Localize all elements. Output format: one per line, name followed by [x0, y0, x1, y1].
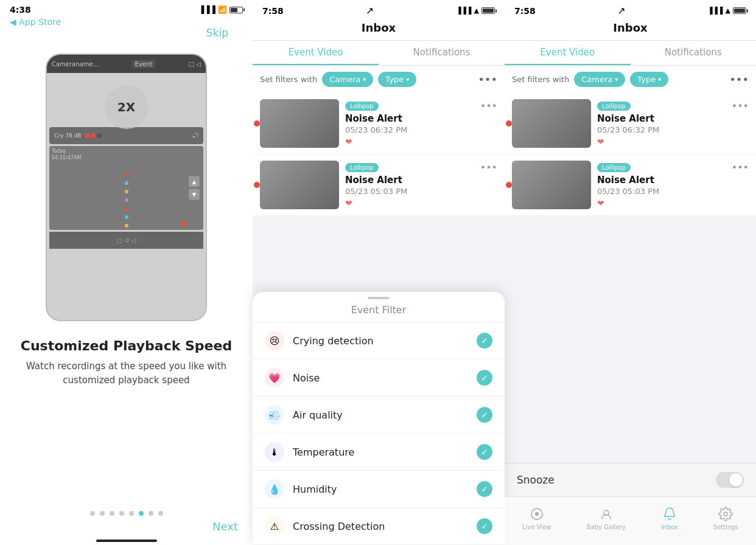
tab-live-view[interactable]: Live View — [522, 506, 551, 530]
cry-dots — [85, 133, 102, 138]
event-card-1-p2[interactable]: Lollipop Noise Alert 05/23 06:32 PM ❤ ••… — [253, 93, 505, 154]
check-air: ✓ — [477, 407, 492, 423]
timeline-time: 04:10:47AM — [52, 155, 201, 161]
filter-noise[interactable]: 💗 Noise ✓ — [253, 359, 505, 397]
battery-p2 — [481, 7, 495, 14]
crossing-icon: ⚠ — [265, 516, 284, 536]
event-card-2-p2[interactable]: Lollipop Noise Alert 05/23 05:03 PM ❤ ••… — [253, 154, 505, 215]
inbox-header-p2: Inbox — [253, 19, 505, 41]
unread-dot-p3-2 — [506, 182, 512, 188]
filter-label-p3: Set filters with — [512, 75, 569, 84]
wifi-p3: ▲ — [726, 7, 730, 15]
wifi-icon: 📶 — [218, 5, 227, 14]
unread-dot-p2-2 — [254, 182, 260, 188]
filter-temperature[interactable]: 🌡 Temperature ✓ — [253, 434, 505, 471]
phone-top-bar: Cameraname... Event □ ◁ — [47, 55, 206, 73]
card-more-p2-1[interactable]: ••• — [480, 100, 497, 112]
phone-content: Cry 78 dB 🔊 Today 04:10:47AM — [47, 125, 206, 251]
dot-6 — [139, 511, 144, 516]
filter-row-p3: Set filters with Camera ▾ Type ▾ ••• — [505, 66, 756, 93]
event-filter-sheet: Event Filter 😢 Crying detection ✓ 💗 Nois… — [253, 292, 505, 545]
status-bar-p3: 7:58 ↗ ▐▐▐ ▲ — [505, 0, 756, 19]
card-more-p3-2[interactable]: ••• — [732, 162, 749, 173]
snooze-toggle[interactable] — [716, 472, 744, 488]
tab-event-video-p2[interactable]: Event Video — [253, 41, 379, 65]
camera-filter-btn-p3[interactable]: Camera ▾ — [574, 72, 625, 87]
status-icons-p3: ▐▐▐ ▲ — [707, 7, 746, 15]
tab-baby-gallery[interactable]: Baby Gallery — [587, 506, 626, 530]
filter-crossing-detection[interactable]: ⚠ Crossing Detection ✓ — [253, 508, 505, 545]
event-tag-p2-2: Lollipop — [345, 163, 379, 172]
time-p2: 7:58 — [262, 6, 284, 16]
event-title-p3-1: Noise Alert — [597, 113, 749, 124]
location-arrow-p3: ↗ — [617, 5, 625, 16]
event-card-1-p3[interactable]: Lollipop Noise Alert 05/23 06:32 PM ❤ ••… — [505, 93, 756, 154]
event-date-p2-2: 05/23 05:03 PM — [345, 187, 497, 196]
tab-inbox[interactable]: Inbox — [661, 506, 677, 530]
speed-badge: 2X — [105, 85, 149, 129]
phone-bottom: □ ↺ ◁ — [49, 232, 203, 249]
time-p3: 7:58 — [514, 6, 536, 16]
dot-2 — [100, 511, 105, 516]
tab-notifications-p3[interactable]: Notifications — [631, 41, 757, 65]
event-thumbnail-p2-1 — [260, 99, 339, 148]
svg-point-1 — [535, 512, 539, 516]
event-tag-p2-1: Lollipop — [345, 102, 379, 111]
unread-dot-p3-1 — [506, 120, 512, 127]
scroll-down[interactable]: ▼ — [189, 189, 200, 200]
dot-4 — [119, 511, 124, 516]
filter-crying-detection[interactable]: 😢 Crying detection ✓ — [253, 322, 505, 359]
tab-notifications-p2[interactable]: Notifications — [379, 41, 505, 65]
event-card-2-p3[interactable]: Lollipop Noise Alert 05/23 05:03 PM ❤ ••… — [505, 154, 756, 215]
bottom-icons: □ ↺ ◁ — [117, 237, 136, 244]
humidity-icon: 💧 — [265, 479, 284, 499]
filter-air-quality[interactable]: 💨 Air quality ✓ — [253, 397, 505, 434]
more-button-p3[interactable]: ••• — [729, 73, 749, 86]
type-filter-btn-p3[interactable]: Type ▾ — [630, 72, 668, 87]
camera-filter-btn-p2[interactable]: Camera ▾ — [322, 72, 373, 87]
tab-inbox-label: Inbox — [661, 524, 677, 530]
signal-p3: ▐▐▐ — [707, 7, 723, 15]
next-button[interactable]: Next — [212, 520, 238, 533]
card-more-p2-2[interactable]: ••• — [480, 162, 497, 173]
check-crossing: ✓ — [477, 518, 492, 534]
event-date-p2-1: 05/23 06:32 PM — [345, 125, 497, 134]
heartbeat-icon-p2-1: ❤ — [345, 137, 497, 147]
scroll-up[interactable]: ▲ — [189, 176, 200, 187]
dot-3 — [110, 511, 114, 516]
filter-label-p2: Set filters with — [260, 75, 317, 84]
temperature-icon: 🌡 — [265, 442, 284, 462]
event-title-p2-1: Noise Alert — [345, 113, 497, 124]
filter-temp-label: Temperature — [293, 446, 468, 458]
event-title-p2-2: Noise Alert — [345, 175, 497, 186]
skip-button[interactable]: Skip — [206, 27, 228, 39]
onboarding-panel: 4:38 ▐▐▐ 📶 ◀ App Store Skip Cameraname..… — [0, 0, 253, 545]
inbox-header-p3: Inbox — [505, 19, 756, 41]
crying-icon: 😢 — [265, 331, 284, 350]
filter-noise-label: Noise — [293, 372, 468, 384]
time-left: 4:38 — [10, 5, 31, 15]
filter-humidity[interactable]: 💧 Humidity ✓ — [253, 471, 505, 508]
status-icons-p2: ▐▐▐ ▲ — [456, 7, 495, 15]
card-more-p3-1[interactable]: ••• — [732, 100, 749, 112]
tab-event-video-p3[interactable]: Event Video — [505, 41, 631, 65]
event-date-p3-2: 05/23 05:03 PM — [597, 187, 749, 196]
chevron-down-icon-p3: ▾ — [615, 76, 618, 83]
event-date-p3-1: 05/23 06:32 PM — [597, 125, 749, 134]
event-thumbnail-p2-2 — [260, 161, 339, 209]
filter-row-p2: Set filters with Camera ▾ Type ▾ ••• — [253, 66, 505, 93]
cry-text: Cry 78 dB — [54, 133, 81, 139]
app-store-back[interactable]: ◀ App Store — [10, 17, 61, 27]
phone-icons: □ ◁ — [189, 61, 201, 68]
tab-row-p3: Event Video Notifications — [505, 41, 756, 66]
event-info-p2-2: Lollipop Noise Alert 05/23 05:03 PM ❤ — [345, 161, 497, 208]
more-button-p2[interactable]: ••• — [478, 73, 497, 86]
battery-icon — [229, 7, 243, 13]
cry-bar: Cry 78 dB 🔊 — [49, 127, 203, 144]
type-filter-btn-p2[interactable]: Type ▾ — [378, 72, 416, 87]
event-tag-p3-2: Lollipop — [597, 163, 631, 172]
today-label: Today — [52, 148, 201, 154]
tab-settings[interactable]: Settings — [713, 506, 738, 530]
event-thumbnail-p3-1 — [512, 99, 591, 148]
onboard-subtitle: Watch recordings at the speed you like w… — [0, 359, 253, 387]
